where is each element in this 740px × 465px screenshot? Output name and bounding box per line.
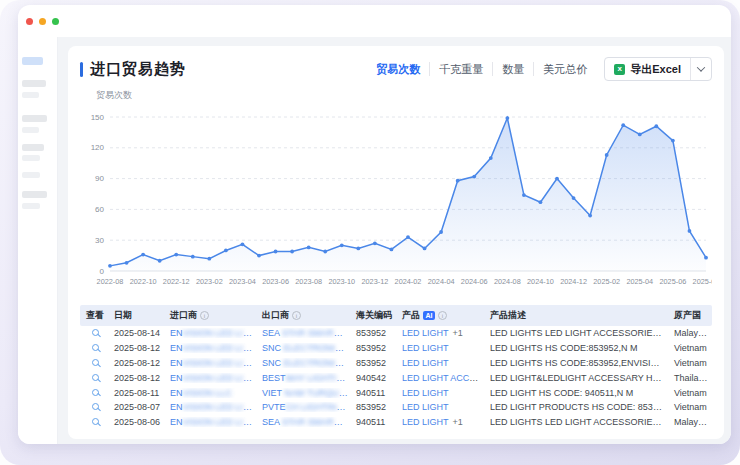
browser-window: 进口贸易趋势 贸易次数 千克重量 数量 美元总价 <box>18 5 731 444</box>
trend-panel: 进口贸易趋势 贸易次数 千克重量 数量 美元总价 <box>68 46 724 439</box>
info-icon[interactable] <box>292 311 301 320</box>
date-cell: 2025-08-12 <box>110 373 166 383</box>
view-record-button[interactable] <box>80 328 110 338</box>
product-link[interactable]: LED LIGHT <box>402 328 449 338</box>
title-accent-bar <box>80 62 83 77</box>
exporter-link[interactable]: BESTWAY LIGHTING THA... <box>258 373 352 383</box>
page-title: 进口贸易趋势 <box>90 60 186 79</box>
table-row: 2025-08-11 ENVISION LLC VIET NAM TURQUOI… <box>80 385 712 400</box>
product-cell: LED LIGHT ACCESSORY <box>398 373 486 383</box>
product-extra-count[interactable]: +1 <box>453 417 463 427</box>
metric-tab-quantity[interactable]: 数量 <box>492 62 533 76</box>
header-product: 产品AI <box>398 309 486 322</box>
svg-text:150: 150 <box>91 113 105 122</box>
metric-tab-trade-count[interactable]: 贸易次数 <box>367 62 429 76</box>
svg-text:2023-06: 2023-06 <box>262 277 289 286</box>
date-cell: 2025-08-07 <box>110 402 166 412</box>
svg-text:2023-10: 2023-10 <box>328 277 355 286</box>
description-cell: LED LIGHT&LEDLIGHT ACCESSARY HS CODE: 94… <box>486 373 670 383</box>
table-row: 2025-08-06 ENVISION LED LIGHTING L... SE… <box>80 415 712 430</box>
table-header-row: 查看 日期 进口商 出口商 海关编码 产品AI 产品描述 原产国 <box>80 305 712 326</box>
date-cell: 2025-08-14 <box>110 328 166 338</box>
product-link[interactable]: LED LIGHT <box>402 417 449 427</box>
sidebar-skeleton-item <box>22 203 40 209</box>
origin-country-cell: Malaysia <box>670 417 712 427</box>
svg-text:2023-04: 2023-04 <box>229 277 256 286</box>
importer-link[interactable]: ENVISION LLC <box>166 388 258 398</box>
product-link[interactable]: LED LIGHT <box>402 388 449 398</box>
origin-country-cell: Malaysia <box>670 328 712 338</box>
origin-country-cell: Vietnam <box>670 358 712 368</box>
header-hs-code: 海关编码 <box>352 309 398 322</box>
importer-link[interactable]: ENVISION LED LIGHTING L... <box>166 402 258 412</box>
excel-icon <box>614 64 625 75</box>
date-cell: 2025-08-12 <box>110 358 166 368</box>
importer-link[interactable]: ENVISION LED LIGHTING L... <box>166 358 258 368</box>
date-cell: 2025-08-06 <box>110 417 166 427</box>
header-exporter: 出口商 <box>258 309 352 322</box>
product-link[interactable]: LED LIGHT ACCESSORY <box>402 373 486 383</box>
svg-text:60: 60 <box>95 205 104 214</box>
trade-records-table: 查看 日期 进口商 出口商 海关编码 产品AI 产品描述 原产国 2025-08… <box>80 305 712 430</box>
table-row: 2025-08-12 ENVISION LED LIGHTING L... BE… <box>80 370 712 385</box>
sidebar-skeleton-item-active[interactable] <box>22 57 43 65</box>
page: 进口贸易趋势 贸易次数 千克重量 数量 美元总价 <box>0 0 740 465</box>
table-row: 2025-08-14 ENVISION LED LIGHTING L... SE… <box>80 326 712 341</box>
window-maximize-dot[interactable] <box>52 18 59 25</box>
info-icon[interactable] <box>200 311 209 320</box>
exporter-link[interactable]: SNC ELECTRONICS VIET... <box>258 343 352 353</box>
sidebar-skeleton-item <box>22 144 44 151</box>
view-record-button[interactable] <box>80 343 110 353</box>
origin-country-cell: Vietnam <box>670 343 712 353</box>
table-row: 2025-08-12 ENVISION LED LIGHTING L... SN… <box>80 341 712 356</box>
product-link[interactable]: LED LIGHT <box>402 402 449 412</box>
exporter-link[interactable]: SEA STAR SMART TECH ... <box>258 417 352 427</box>
view-record-button[interactable] <box>80 358 110 368</box>
importer-link[interactable]: ENVISION LED LIGHTING L... <box>166 417 258 427</box>
importer-link[interactable]: ENVISION LED LIGHTING L... <box>166 328 258 338</box>
product-extra-count[interactable]: +1 <box>453 328 463 338</box>
metric-tab-kg-weight[interactable]: 千克重量 <box>429 62 492 76</box>
product-link[interactable]: LED LIGHT <box>402 358 449 368</box>
svg-text:2023-08: 2023-08 <box>295 277 322 286</box>
svg-text:2025-02: 2025-02 <box>593 277 620 286</box>
exporter-link[interactable]: VIET NAM TURQUOISE <box>258 388 352 398</box>
view-record-button[interactable] <box>80 417 110 427</box>
chevron-down-icon <box>697 63 705 71</box>
trend-chart[interactable]: 03060901201502022-082022-102022-122023-0… <box>80 103 712 299</box>
info-icon[interactable] <box>438 311 447 320</box>
product-cell: LED LIGHT <box>398 343 486 353</box>
magnifier-icon <box>92 344 99 351</box>
export-excel-label: 导出Excel <box>630 62 681 77</box>
header-origin-country: 原产国 <box>670 309 712 322</box>
exporter-link[interactable]: SEA STAR SMART TECH ... <box>258 328 352 338</box>
importer-link[interactable]: ENVISION LED LIGHTING L... <box>166 373 258 383</box>
product-link[interactable]: LED LIGHT <box>402 343 449 353</box>
date-cell: 2025-08-12 <box>110 343 166 353</box>
exporter-link[interactable]: PVTECH LIGHTING SW VI... <box>258 402 352 412</box>
svg-text:2024-10: 2024-10 <box>527 277 554 286</box>
header-importer: 进口商 <box>166 309 258 322</box>
view-record-button[interactable] <box>80 373 110 383</box>
export-dropdown-button[interactable] <box>690 58 711 80</box>
description-cell: LED LIGHT PRODUCTS HS CODE: 853952,NUWAT… <box>486 402 670 412</box>
description-cell: LED LIGHTS LED LIGHT ACCESSORIES,ENVISIO… <box>486 328 670 338</box>
view-record-button[interactable] <box>80 388 110 398</box>
exporter-link[interactable]: SNC ELECTRONICS VIET... <box>258 358 352 368</box>
importer-link[interactable]: ENVISION LED LIGHTING L... <box>166 343 258 353</box>
sidebar-skeleton-item <box>22 191 47 198</box>
sidebar-skeleton-item <box>22 172 40 178</box>
view-record-button[interactable] <box>80 402 110 412</box>
window-titlebar <box>18 5 731 37</box>
description-cell: LED LIGHTS HS CODE:853952,ENVISIONLED <box>486 358 670 368</box>
window-close-dot[interactable] <box>26 18 33 25</box>
export-excel-button[interactable]: 导出Excel <box>604 57 712 81</box>
metric-tab-usd-total[interactable]: 美元总价 <box>533 62 596 76</box>
sidebar-skeleton-item <box>22 127 39 133</box>
svg-text:2023-12: 2023-12 <box>361 277 388 286</box>
magnifier-icon <box>92 403 99 410</box>
header-view: 查看 <box>80 309 110 322</box>
svg-text:2024-08: 2024-08 <box>494 277 521 286</box>
ai-badge: AI <box>423 311 435 320</box>
window-minimize-dot[interactable] <box>39 18 46 25</box>
